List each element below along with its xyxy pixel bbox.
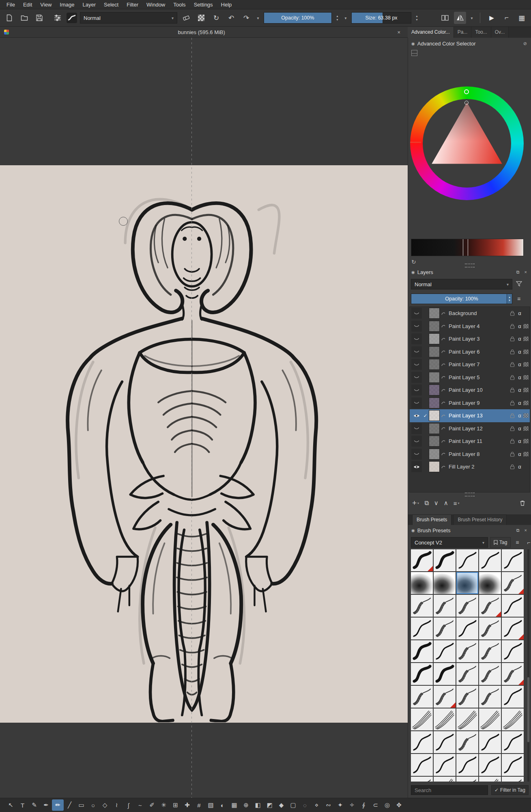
scrollbar-thumb[interactable] [527,677,529,742]
brush-preset[interactable] [456,708,478,730]
tool-select-similar[interactable]: ✧ [346,799,358,811]
brush-preset[interactable] [456,595,478,617]
lock-icon[interactable] [508,349,516,354]
brush-preset[interactable] [479,777,501,782]
layers-menu-button[interactable]: ≡ [514,296,524,302]
brush-preset[interactable] [502,777,524,782]
layer-row[interactable]: Background α [410,307,530,320]
inherit-alpha-icon[interactable] [523,337,529,341]
tool-gradient[interactable]: ▧ [205,799,217,811]
history-dropdown-caret[interactable]: ▾ [255,12,261,24]
tool-select-magnetic[interactable]: ⊂ [370,799,381,811]
opacity-slider[interactable]: Opacity: 100% [264,12,332,24]
add-layer-button[interactable]: +▾ [412,499,419,508]
visibility-toggle[interactable] [411,346,422,357]
brush-preset[interactable] [411,618,433,639]
tool-colorize-mask[interactable]: ◆ [275,799,287,811]
layer-name[interactable]: Paint Layer 9 [447,400,508,406]
menu-file[interactable]: File [2,0,19,9]
layer-thumbnail[interactable] [429,449,440,460]
new-document-button[interactable] [3,12,15,24]
tool-pattern-edit[interactable]: ▦ [228,799,240,811]
inherit-alpha-icon[interactable] [523,401,529,405]
brush-preset[interactable] [479,549,501,571]
tool-select-bezier[interactable]: ∮ [358,799,370,811]
tool-line[interactable]: ╱ [64,799,75,811]
brush-preset[interactable] [434,640,456,662]
layer-thumbnail[interactable] [429,321,440,332]
brush-preset[interactable] [456,572,478,594]
tool-freehand-brush[interactable]: ✏ [52,799,64,811]
close-icon[interactable]: × [394,29,404,35]
tab-brush-presets[interactable]: Brush Presets [412,514,451,525]
brush-preset[interactable] [456,731,478,753]
layer-thumbnail[interactable] [429,423,440,434]
tag-button[interactable]: Tag [490,537,511,548]
delete-layer-button[interactable] [519,500,526,506]
brush-preset[interactable] [434,618,456,639]
inherit-alpha-icon[interactable] [523,426,529,431]
visibility-toggle[interactable] [411,359,422,370]
lock-icon[interactable] [508,400,516,406]
move-layer-up-button[interactable]: ∧ [444,499,448,507]
layer-thumbnail[interactable] [429,308,440,319]
size-spinner[interactable]: ▴▾ [414,12,419,24]
tool-transform[interactable]: ⊞ [170,799,181,811]
close-icon[interactable]: × [523,270,528,274]
brush-preset[interactable] [434,663,456,685]
visibility-toggle[interactable] [411,372,422,383]
lock-icon[interactable] [508,336,516,341]
alpha-icon[interactable]: α [516,425,523,432]
brush-preset[interactable] [479,708,501,730]
lock-icon[interactable] [508,375,516,380]
tool-multibrush[interactable]: ✳ [158,799,170,811]
filter-in-tag-checkbox[interactable]: ✓ Filter in Tag [491,785,529,795]
docker-tab[interactable]: Too... [471,27,491,38]
lock-icon[interactable] [508,426,516,431]
visibility-toggle[interactable] [411,461,422,472]
menu-filter[interactable]: Filter [123,0,142,9]
layer-row[interactable]: Paint Layer 4 α [410,320,530,333]
docker-splitter-handle[interactable] [465,263,475,268]
brush-preset[interactable] [479,663,501,685]
menu-settings[interactable]: Settings [190,0,217,9]
layer-row[interactable]: Paint Layer 10 α [410,384,530,397]
layer-name[interactable]: Background [447,310,508,316]
alpha-icon[interactable]: α [516,336,523,342]
brush-preset[interactable] [434,777,456,782]
brush-preset[interactable] [434,731,456,753]
lock-icon[interactable] [508,324,516,329]
inherit-alpha-icon[interactable] [523,324,529,328]
layer-thumbnail[interactable] [429,384,440,395]
visibility-toggle[interactable] [411,423,422,434]
tool-select-polygonal[interactable]: ⋄ [311,799,322,811]
tool-select-contiguous[interactable]: ✦ [334,799,346,811]
mirror-options-caret[interactable]: ▾ [469,12,475,24]
menu-help[interactable]: Help [217,0,236,9]
inherit-alpha-icon[interactable] [523,350,529,354]
blending-mode-dropdown[interactable]: Normal ▾ [80,12,177,24]
tool-calligraphy[interactable]: ✒ [40,799,52,811]
undo-button[interactable]: ↶ [225,12,237,24]
tool-edit-shapes[interactable]: ✎ [28,799,40,811]
brush-preset[interactable] [479,572,501,594]
brush-preset[interactable] [479,686,501,708]
save-button[interactable] [33,12,45,24]
tool-ellipse[interactable]: ○ [87,799,99,811]
brush-preset[interactable] [456,754,478,776]
inherit-alpha-icon[interactable] [523,388,529,392]
visibility-toggle[interactable] [411,321,422,332]
layer-name[interactable]: Paint Layer 13 [447,412,508,419]
brush-preset[interactable] [456,686,478,708]
snap-settings-button[interactable]: ⌐ [501,12,513,24]
menu-image[interactable]: Image [56,0,78,9]
alpha-icon[interactable]: α [516,374,523,380]
visibility-toggle[interactable] [411,449,422,460]
layer-name[interactable]: Paint Layer 4 [447,323,508,329]
tool-crop[interactable]: # [193,799,205,811]
layer-row[interactable]: ✓ Paint Layer 13 α [410,409,530,422]
visibility-toggle[interactable] [411,410,422,421]
tool-polygon[interactable]: ◇ [99,799,111,811]
search-input[interactable] [411,785,488,795]
float-docker-icon[interactable]: ⧉ [515,528,521,533]
